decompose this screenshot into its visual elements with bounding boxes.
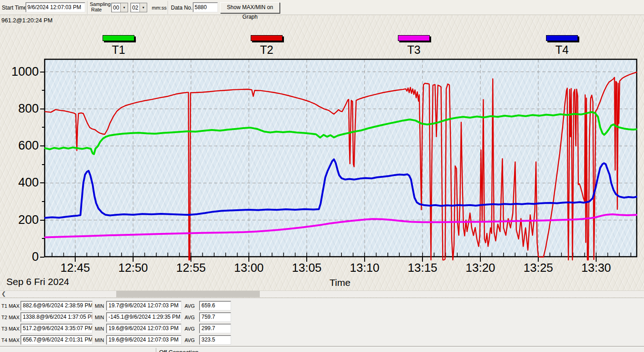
stats-row-t3: T3 MAX517.2@9/6/2024 3:35:07 PMMIN19.6@9… [0,324,644,334]
x-axis-label: 13:20 [459,262,502,274]
chart-plot-area[interactable] [45,59,637,262]
stats-max-value[interactable]: 517.2@9/6/2024 3:35:07 PM [21,324,93,333]
legend-label: T3 [398,44,430,56]
sampling-rate-label-line2: Rate [91,7,102,12]
y-axis-label: 400 [2,176,39,189]
stats-avg-label: AVG [185,337,195,343]
x-axis-tick [191,257,191,262]
x-axis-tick [75,257,76,262]
date-label: Sep 6 Fri 2024 [6,276,69,287]
scroll-left-arrow-icon[interactable]: ❮ [0,291,7,297]
stats-min-value[interactable]: 19.6@9/6/2024 12:07:03 PM [106,335,181,345]
toolbar-divider [168,1,169,14]
y-axis-label: 800 [2,102,39,115]
stats-max-value[interactable]: 656.7@9/6/2024 2:01:31 PM [21,335,93,345]
series-line-t2 [45,72,637,260]
stats-min-label: MIN [95,303,104,309]
toolbar-divider [87,1,88,14]
stats-avg-value[interactable]: 759.7 [199,312,231,322]
y-axis-minor-tick [42,164,44,165]
legend-item-t4: T4 [546,35,582,56]
stats-avg-value[interactable]: 323.5 [199,335,231,345]
y-axis-tick [40,257,44,258]
sampling-seconds-value: 02 [132,5,138,11]
x-axis-tick [480,257,481,262]
y-axis-label: 200 [2,213,39,226]
y-axis-tick [40,145,44,146]
y-axis-minor-tick [42,127,44,128]
legend-swatch-t4 [546,35,578,41]
x-axis-label: 12:55 [169,262,213,274]
units-label: mm:ss [152,5,166,10]
legend-label: T4 [546,44,578,56]
y-axis-label: 600 [2,139,39,152]
legend-label: T1 [103,44,134,56]
x-axis-label: 12:45 [53,262,97,274]
x-axis-label: 13:25 [516,262,560,274]
x-axis-label: 12:50 [111,262,155,274]
x-axis-label: 13:00 [227,262,271,274]
stats-avg-label: AVG [185,315,195,320]
series-line-t4 [45,159,637,217]
x-axis-label: 13:05 [285,262,329,274]
stats-min-value[interactable]: -145.1@9/6/2024 1:29:35 PM [106,312,181,322]
status-bar-divider [156,348,157,352]
legend-swatch-t1 [103,35,134,41]
y-axis-tick [40,72,44,72]
stats-avg-value[interactable]: 299.7 [199,324,231,333]
x-axis-tick [364,257,365,262]
data-no-label: Data No. [171,5,192,10]
y-axis-label: 1000 [2,65,39,78]
legend-item-t1: T1 [103,35,139,56]
sampling-minutes-value: 00 [113,5,119,11]
x-axis-label: 13:10 [343,262,386,274]
data-no-input[interactable] [193,2,218,12]
status-bar: Off Connection [0,347,644,352]
y-axis-tick [40,182,44,183]
y-axis-minor-tick [42,201,44,202]
stats-avg-value[interactable]: 659.6 [199,301,231,311]
x-axis-tick [133,257,134,262]
stats-row-t4: T4 MAX656.7@9/6/2024 2:01:31 PMMIN19.6@9… [0,335,644,345]
y-axis-minor-tick [42,90,44,91]
sampling-seconds-select[interactable]: 02 ▼ [130,3,147,12]
scrollbar-thumb[interactable] [116,291,260,297]
cursor-readout: 961.2@1:20:24 PM [1,17,52,24]
stats-max-value[interactable]: 882.6@9/6/2024 2:38:59 PM [21,301,93,311]
x-axis-tick [538,257,539,262]
legend-item-t2: T2 [251,35,287,56]
stats-avg-label: AVG [185,303,195,309]
dropdown-arrow-icon[interactable]: ▼ [120,3,128,12]
y-axis-minor-tick [42,238,44,239]
start-time-input[interactable] [26,2,85,12]
legend-item-t3: T3 [398,35,434,56]
x-axis-tick [248,257,249,262]
dropdown-arrow-icon[interactable]: ▼ [139,3,147,12]
stats-panel: T1 MAX882.6@9/6/2024 2:38:59 PMMIN19.7@9… [0,299,644,346]
show-maxmin-button[interactable]: Show MAX/MIN on Graph [220,2,280,13]
y-axis-tick [40,109,44,109]
x-axis-tick [306,257,307,262]
gridlines [45,59,637,257]
plot-border [45,59,637,257]
stats-max-label: T1 MAX [1,303,20,309]
stats-max-value[interactable]: 1338.8@9/6/2024 1:37:05 PM [21,312,93,322]
stats-row-t1: T1 MAX882.6@9/6/2024 2:38:59 PMMIN19.7@9… [0,301,644,311]
x-axis-tick [596,257,597,262]
stats-min-value[interactable]: 19.6@9/6/2024 12:07:03 PM [106,324,181,333]
sampling-minutes-select[interactable]: 00 ▼ [111,3,128,12]
stats-max-label: T2 MAX [1,315,20,320]
stats-min-value[interactable]: 19.7@9/6/2024 12:07:03 PM [106,301,181,311]
stats-avg-label: AVG [185,326,195,331]
x-axis-tick [422,257,423,262]
stats-min-label: MIN [95,337,104,343]
legend-label: T2 [251,44,283,56]
connection-status: Off Connection [159,349,198,352]
x-axis-label: 13:15 [401,262,444,274]
series-line-t1 [45,112,637,154]
sampling-rate-label-line1: Sampling [90,2,111,7]
stats-row-t2: T2 MAX1338.8@9/6/2024 1:37:05 PMMIN-145.… [0,312,644,322]
x-axis-label: 13:30 [574,262,618,274]
horizontal-scrollbar[interactable]: ❮ [0,290,644,297]
x-axis-title: Time [319,277,361,288]
